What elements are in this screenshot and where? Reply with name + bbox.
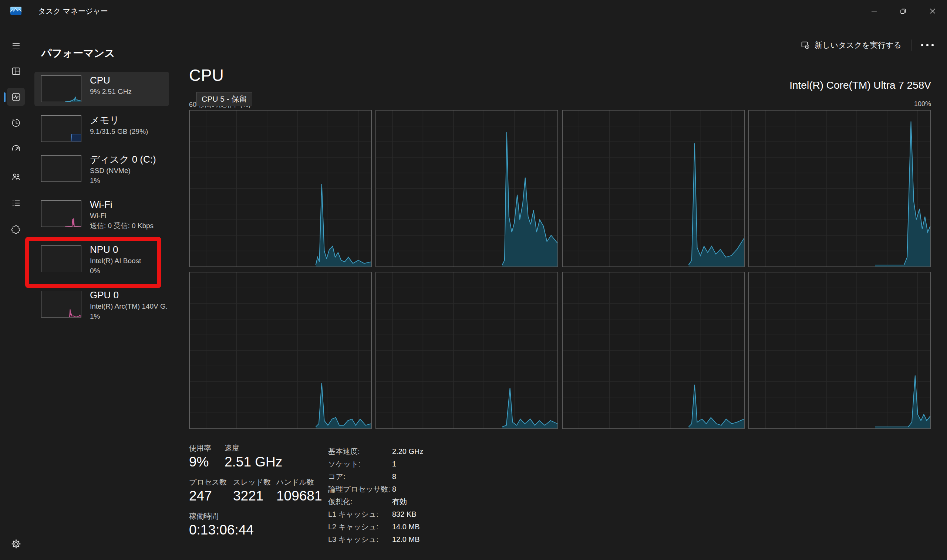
spec-value: 有効 — [392, 495, 407, 508]
minimize-button[interactable] — [859, 0, 888, 22]
spec-row: L1 キャッシュ:832 KB — [328, 508, 423, 520]
new-task-icon — [800, 40, 810, 50]
gauge-icon — [11, 144, 21, 154]
minimize-icon — [869, 6, 879, 16]
spec-value: 1 — [392, 458, 396, 470]
spec-value: 2.20 GHz — [392, 445, 423, 458]
navigation-rail — [0, 22, 32, 560]
services-puzzle-icon — [11, 225, 21, 234]
spec-row: 論理プロセッサ数:8 — [328, 483, 423, 495]
details-list-icon — [11, 198, 21, 208]
spec-label: L2 キャッシュ: — [328, 520, 392, 533]
more-options-button[interactable] — [918, 41, 938, 49]
spec-label: 基本速度: — [328, 445, 392, 458]
performance-device-list: CPU9% 2.51 GHz メモリ9.1/31.5 GB (29%) ディスク… — [34, 72, 169, 331]
cpu-mini-graph — [41, 75, 82, 102]
spec-label: 論理プロセッサ数: — [328, 483, 392, 495]
settings-button[interactable] — [7, 535, 25, 552]
spec-value: 8 — [392, 470, 396, 483]
spec-value: 832 KB — [392, 508, 416, 520]
header-divider — [911, 40, 912, 51]
handles-value: 109681 — [276, 488, 322, 504]
close-icon — [928, 6, 938, 16]
sidebar-item-services[interactable] — [7, 220, 25, 238]
processes-value: 247 — [189, 488, 233, 504]
perf-card-npu[interactable]: NPU 0Intel(R) AI Boost0% — [34, 241, 169, 281]
spec-label: 仮想化: — [328, 495, 392, 508]
spec-label: コア: — [328, 470, 392, 483]
window-title: タスク マネージャー — [38, 0, 108, 22]
cpu-core-cell[interactable] — [562, 110, 745, 267]
processes-icon — [11, 66, 21, 76]
disk-mini-graph — [41, 155, 82, 182]
spec-value: 8 — [392, 483, 396, 495]
axis-label-100pct: 100% — [914, 100, 931, 108]
run-new-task-button[interactable]: 新しいタスクを実行する — [797, 38, 905, 52]
restore-button[interactable] — [888, 0, 918, 22]
hamburger-icon — [11, 41, 21, 51]
page-title: パフォーマンス — [41, 46, 115, 60]
cpu-core-graphs — [189, 110, 931, 429]
perf-card-disk[interactable]: ディスク 0 (C:)SSD (NVMe)1% — [34, 151, 169, 190]
performance-icon — [11, 92, 21, 102]
users-icon — [11, 172, 21, 182]
cpu-core-cell[interactable] — [375, 272, 558, 429]
cpu-section-title: CPU — [189, 66, 224, 85]
cpu-core-cell[interactable] — [375, 110, 558, 267]
wifi-mini-graph — [41, 200, 82, 227]
history-icon — [11, 118, 21, 128]
gpu-mini-graph — [41, 291, 82, 317]
spec-label: L3 キャッシュ: — [328, 533, 392, 546]
spec-value: 14.0 MB — [392, 520, 420, 533]
uptime-value: 0:13:06:44 — [189, 522, 254, 538]
tooltip-cpu5-parked: CPU 5 - 保留 — [196, 92, 252, 106]
menu-button[interactable] — [7, 37, 25, 54]
cpu-core-cell[interactable] — [562, 272, 745, 429]
restore-icon — [899, 6, 908, 16]
sidebar-item-app-history[interactable] — [7, 114, 25, 132]
spec-value: 12.0 MB — [392, 533, 420, 546]
cpu-usage-value: 9% — [189, 454, 225, 470]
npu-mini-graph — [41, 245, 82, 272]
spec-row: コア:8 — [328, 470, 423, 483]
cpu-speed-value: 2.51 GHz — [225, 454, 282, 470]
sidebar-item-startup-apps[interactable] — [7, 140, 25, 157]
cpu-core-cell[interactable] — [748, 272, 931, 429]
spec-row: 基本速度:2.20 GHz — [328, 445, 423, 458]
perf-card-gpu[interactable]: GPU 0Intel(R) Arc(TM) 140V G.1% — [34, 286, 169, 326]
selected-indicator — [4, 92, 6, 102]
threads-value: 3221 — [233, 488, 276, 504]
spec-row: L3 キャッシュ:12.0 MB — [328, 533, 423, 546]
spec-label: L1 キャッシュ: — [328, 508, 392, 520]
gear-icon — [11, 539, 21, 549]
spec-row: ソケット:1 — [328, 458, 423, 470]
perf-card-wifi[interactable]: Wi-FiWi-Fi送信: 0 受信: 0 Kbps — [34, 196, 169, 235]
cpu-core-cell[interactable] — [748, 110, 931, 267]
ellipsis-icon — [920, 43, 935, 47]
titlebar[interactable]: タスク マネージャー — [0, 0, 947, 22]
cpu-spec-list: 基本速度:2.20 GHzソケット:1コア:8論理プロセッサ数:8仮想化:有効L… — [328, 445, 423, 546]
spec-label: ソケット: — [328, 458, 392, 470]
perf-card-memory[interactable]: メモリ9.1/31.5 GB (29%) — [34, 112, 169, 145]
spec-row: L2 キャッシュ:14.0 MB — [328, 520, 423, 533]
cpu-stats-primary: 使用率9% 速度2.51 GHz プロセス数247 スレッド数3221 ハンドル… — [189, 443, 322, 546]
task-manager-app-icon — [10, 7, 22, 15]
cpu-core-cell[interactable] — [189, 272, 372, 429]
sidebar-item-users[interactable] — [7, 168, 25, 186]
sidebar-item-details[interactable] — [7, 194, 25, 212]
cpu-device-name: Intel(R) Core(TM) Ultra 7 258V — [790, 80, 931, 91]
cpu-performance-panel: CPU Intel(R) Core(TM) Ultra 7 258V 60 秒間… — [189, 61, 931, 560]
sidebar-item-performance[interactable] — [7, 88, 25, 106]
cpu-core-cell[interactable] — [189, 110, 372, 267]
memory-mini-graph — [41, 115, 82, 142]
close-button[interactable] — [918, 0, 947, 22]
sidebar-item-processes[interactable] — [7, 62, 25, 80]
run-new-task-label: 新しいタスクを実行する — [814, 40, 901, 50]
spec-row: 仮想化:有効 — [328, 495, 423, 508]
perf-card-cpu[interactable]: CPU9% 2.51 GHz — [34, 72, 169, 106]
